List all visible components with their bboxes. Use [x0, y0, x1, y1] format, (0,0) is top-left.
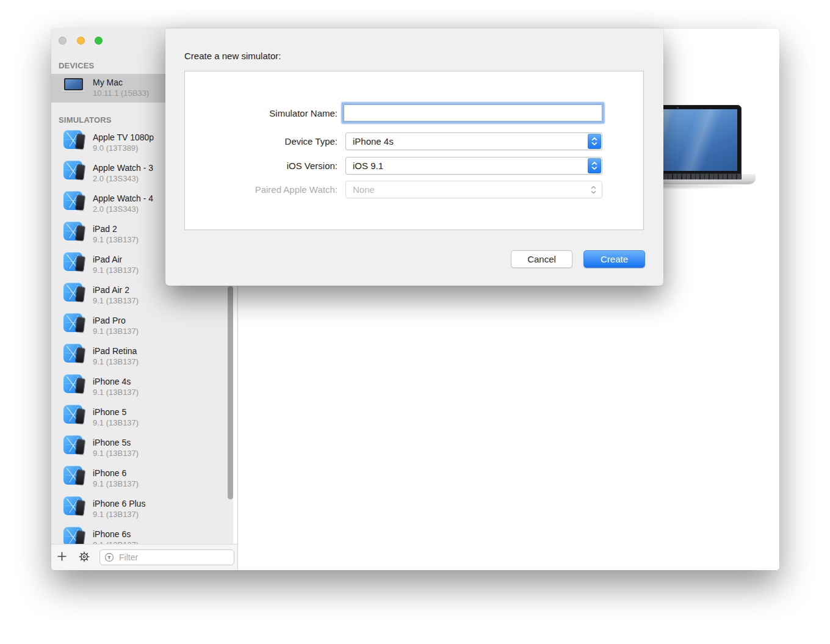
- simulator-name: iPad Air 2: [93, 285, 129, 295]
- popup-chevrons-icon: [588, 158, 601, 173]
- dialog-title: Create a new simulator:: [184, 51, 281, 61]
- simulator-version: 9.1 (13B137): [93, 235, 139, 244]
- gear-icon: [78, 551, 90, 565]
- simulator-list-item[interactable]: iPhone 5 9.1 (13B137): [51, 403, 237, 434]
- simulator-version: 2.0 (13S343): [93, 204, 139, 214]
- simulator-name: iPad Air: [93, 255, 122, 264]
- sidebar-bottom-bar: [51, 544, 237, 570]
- simulator-version: 2.0 (13S343): [93, 174, 139, 183]
- simulator-list-item[interactable]: iPad Air 2 9.1 (13B137): [51, 281, 237, 312]
- simulator-name: Apple Watch - 3: [93, 163, 153, 173]
- simulator-app-icon: [63, 435, 82, 454]
- simulator-name: iPhone 6s: [93, 529, 131, 539]
- minimize-window-icon[interactable]: [77, 37, 85, 45]
- simulator-app-icon: [63, 191, 82, 210]
- simulator-app-icon: [63, 374, 82, 393]
- paired-watch-row: Paired Apple Watch: None: [184, 181, 645, 198]
- simulator-version: 9.1 (13B137): [93, 388, 139, 397]
- simulator-name: iPhone 5s: [93, 438, 131, 447]
- simulator-app-icon: [63, 130, 82, 149]
- simulator-version: 9.1 (13B137): [93, 510, 139, 519]
- simulator-list-item[interactable]: iPad Pro 9.1 (13B137): [51, 312, 237, 342]
- simulator-name: iPad 2: [93, 224, 117, 234]
- paired-watch-popup: None: [345, 181, 602, 198]
- filter-field[interactable]: [99, 549, 234, 565]
- simulator-name-row: Simulator Name:: [184, 103, 645, 123]
- simulator-app-icon: [63, 252, 82, 271]
- simulator-app-icon: [63, 527, 82, 546]
- filter-input[interactable]: [118, 552, 218, 563]
- add-simulator-button[interactable]: [54, 549, 70, 565]
- devices-section-header: DEVICES: [59, 61, 94, 70]
- simulator-app-icon: [63, 222, 82, 241]
- ios-version-label: iOS Version:: [184, 161, 337, 171]
- simulator-name: iPhone 5: [93, 407, 126, 417]
- simulator-name: iPhone 6: [93, 468, 126, 478]
- simulator-version: 9.1 (13B137): [93, 418, 139, 427]
- simulator-name-label: Simulator Name:: [184, 108, 337, 118]
- device-type-label: Device Type:: [184, 136, 337, 147]
- popup-chevrons-disabled-icon: [590, 185, 597, 195]
- simulator-version: 9.0 (13T389): [93, 143, 138, 153]
- simulator-list-item[interactable]: iPad Retina 9.1 (13B137): [51, 342, 237, 373]
- device-name: My Mac: [93, 78, 123, 87]
- simulator-version: 9.1 (13B137): [93, 327, 139, 336]
- device-type-row: Device Type: iPhone 4s: [184, 132, 645, 150]
- simulator-version: 9.1 (13B137): [93, 266, 139, 275]
- ios-version-value: iOS 9.1: [346, 161, 383, 171]
- simulator-name: iPad Retina: [93, 346, 137, 356]
- simulator-app-icon: [63, 283, 82, 302]
- scrollbar-track: [233, 286, 237, 545]
- paired-watch-label: Paired Apple Watch:: [184, 184, 337, 195]
- create-button[interactable]: Create: [583, 250, 645, 268]
- actions-button[interactable]: [76, 549, 92, 565]
- simulator-list-item[interactable]: iPhone 6 Plus 9.1 (13B137): [51, 495, 237, 526]
- simulator-list-item[interactable]: iPhone 6 9.1 (13B137): [51, 465, 237, 495]
- simulator-list-item[interactable]: iPhone 4s 9.1 (13B137): [51, 373, 237, 403]
- simulator-app-icon: [63, 496, 82, 515]
- device-type-popup[interactable]: iPhone 4s: [345, 132, 602, 150]
- macbook-icon: [62, 78, 85, 94]
- sidebar-scrollbar[interactable]: [228, 286, 233, 499]
- ios-version-row: iOS Version: iOS 9.1: [184, 157, 645, 175]
- camera-dot: [677, 107, 679, 109]
- paired-watch-value: None: [346, 184, 375, 195]
- device-version: 10.11.1 (15B33): [93, 89, 149, 98]
- close-window-icon[interactable]: [59, 37, 67, 45]
- filter-icon: [104, 552, 114, 562]
- simulator-app-icon: [63, 405, 82, 424]
- simulator-app-icon: [63, 161, 82, 179]
- simulator-version: 9.1 (13B137): [93, 296, 139, 305]
- simulator-name: iPhone 4s: [93, 377, 131, 386]
- simulator-name: iPad Pro: [93, 316, 126, 325]
- popup-chevrons-icon: [588, 134, 601, 149]
- plus-icon: [57, 551, 67, 563]
- simulator-list-item[interactable]: iPhone 5s 9.1 (13B137): [51, 434, 237, 465]
- simulator-name-input[interactable]: [344, 104, 602, 121]
- ios-version-popup[interactable]: iOS 9.1: [345, 157, 602, 175]
- create-simulator-dialog: Create a new simulator: Simulator Name: …: [165, 28, 663, 286]
- simulator-name: Apple TV 1080p: [93, 132, 154, 142]
- cancel-button[interactable]: Cancel: [511, 250, 572, 268]
- simulator-version: 9.1 (13B137): [93, 479, 139, 488]
- zoom-window-icon[interactable]: [95, 37, 103, 45]
- simulator-version: 9.1 (13B137): [93, 357, 139, 366]
- form-box: [184, 71, 644, 230]
- simulator-app-icon: [63, 466, 82, 485]
- simulator-app-icon: [63, 313, 82, 332]
- simulator-name: iPhone 6 Plus: [93, 499, 145, 508]
- simulator-app-icon: [63, 344, 82, 363]
- simulator-name: Apple Watch - 4: [93, 194, 153, 203]
- device-type-value: iPhone 4s: [346, 136, 394, 147]
- simulator-version: 9.1 (13B137): [93, 449, 139, 458]
- simulators-section-header: SIMULATORS: [59, 115, 112, 125]
